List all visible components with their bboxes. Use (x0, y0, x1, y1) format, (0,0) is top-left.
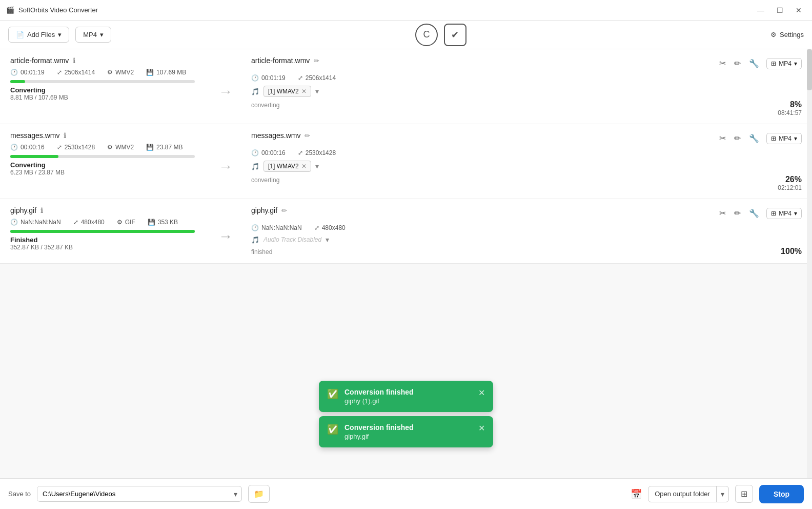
file-list: article-format.wmv ℹ 🕐 00:01:19 ⤢ 2506x1… (0, 49, 812, 478)
audio-dropdown-3[interactable]: ▾ (326, 236, 329, 244)
format-button[interactable]: MP4 ▾ (75, 27, 111, 43)
toast-content-1: Conversion finished giphy (1).gif (344, 388, 472, 405)
open-output-dropdown[interactable]: ▾ (716, 486, 728, 502)
status-label-1: converting (251, 102, 279, 109)
path-dropdown-button[interactable]: ▾ (230, 490, 241, 498)
add-files-button[interactable]: 📄 Add Files ▾ (8, 27, 69, 43)
toast-close-1[interactable]: ✕ (478, 388, 485, 398)
arrow-area-1: → (205, 56, 246, 116)
trim-icon-2[interactable]: ✂ (717, 131, 728, 145)
bottom-right: 📅 Open output folder ▾ ⊞ Stop (631, 485, 804, 503)
arrow-icon-2: → (218, 159, 233, 175)
gear-icon: ⚙ (770, 31, 777, 38)
settings-label: Settings (780, 31, 804, 38)
progress-bar-2 (10, 155, 58, 158)
convert-icon: C (423, 29, 430, 40)
edit-icon-1[interactable]: ✏ (314, 57, 319, 65)
app-icon: 🎬 (6, 6, 14, 14)
status-label-3: finished (251, 248, 272, 256)
output-format-badge-2[interactable]: ⊞ MP4 ▾ (766, 133, 802, 144)
stop-label: Stop (774, 490, 789, 498)
audio-dropdown-1[interactable]: ▾ (315, 87, 319, 95)
grid-icon-2: ⊞ (771, 135, 776, 142)
output-duration-1: 00:01:19 (261, 74, 286, 82)
minimize-button[interactable]: — (753, 4, 768, 16)
trim-icon-1[interactable]: ✂ (717, 56, 728, 70)
open-output-button[interactable]: Open output folder (648, 486, 716, 501)
output-format-badge-3[interactable]: ⊞ MP4 ▾ (766, 208, 802, 219)
progress-detail-2: 6.23 MB / 23.87 MB (10, 169, 195, 176)
toast-close-2[interactable]: ✕ (478, 423, 485, 433)
audio-dropdown-2[interactable]: ▾ (315, 162, 319, 170)
scrollbar-thumb[interactable] (807, 49, 812, 90)
folder-browse-button[interactable]: 📁 (248, 485, 270, 503)
file-source-2: messages.wmv ℹ 🕐 00:00:16 ⤢ 2530x1428 ⚙ … (10, 131, 205, 191)
audio-note-icon-2: 🎵 (251, 163, 259, 170)
title-bar: 🎬 SoftOrbits Video Converter — ☐ ✕ (0, 0, 812, 21)
audio-remove-1[interactable]: ✕ (301, 88, 307, 95)
edit-icon-2[interactable]: ✏ (304, 132, 310, 140)
close-button[interactable]: ✕ (791, 4, 806, 16)
edit-icon-3[interactable]: ✏ (281, 207, 287, 214)
output-duration-2: 00:00:16 (261, 149, 286, 156)
clock-icon-2: 🕐 (10, 144, 18, 151)
title-bar-left: 🎬 SoftOrbits Video Converter (6, 6, 98, 14)
percent-1: 8% (778, 100, 802, 109)
subtitle-icon-3[interactable]: ✏ (732, 206, 743, 220)
audio-note-icon-3: 🎵 (251, 236, 259, 244)
source-size-3: 353 KB (158, 219, 178, 226)
save-path-input[interactable] (37, 486, 230, 501)
convert-button[interactable]: C (415, 24, 438, 46)
settings-button[interactable]: ⚙ Settings (770, 31, 804, 38)
trim-icon-3[interactable]: ✂ (717, 206, 728, 220)
info-icon-1[interactable]: ℹ (73, 56, 75, 65)
filter-icon-3[interactable]: 🔧 (747, 206, 761, 220)
expand-icon-out-2: ⤢ (298, 149, 303, 156)
source-duration-3: NaN:NaN:NaN (21, 219, 61, 226)
check-button[interactable]: ✔ (444, 24, 466, 46)
calendar-icon[interactable]: 📅 (631, 488, 642, 500)
source-codec-2: WMV2 (115, 144, 134, 151)
output-filename-3: giphy.gif (251, 206, 277, 214)
save-to-label: Save to (8, 490, 31, 498)
subtitle-icon-2[interactable]: ✏ (732, 131, 743, 145)
maximize-button[interactable]: ☐ (773, 4, 787, 16)
app-title: SoftOrbits Video Converter (18, 6, 98, 14)
grid-view-button[interactable]: ⊞ (735, 485, 753, 503)
disk-icon-2: 💾 (146, 144, 154, 151)
audio-remove-2[interactable]: ✕ (301, 163, 307, 170)
table-row: article-format.wmv ℹ 🕐 00:01:19 ⤢ 2506x1… (0, 49, 812, 124)
arrow-icon-3: → (218, 228, 233, 245)
disk-icon-1: 💾 (146, 69, 154, 76)
info-icon-3[interactable]: ℹ (40, 206, 43, 214)
subtitle-icon-1[interactable]: ✏ (732, 56, 743, 70)
audio-tag-2: [1] WMAV2 ✕ (263, 161, 311, 172)
toast-2: ✅ Conversion finished giphy.gif ✕ (319, 416, 493, 447)
arrow-icon-1: → (218, 84, 233, 100)
gear-icon-2: ⚙ (107, 144, 113, 151)
expand-icon-out-3: ⤢ (314, 224, 319, 231)
output-format-badge-1[interactable]: ⊞ MP4 ▾ (766, 58, 802, 69)
check-icon: ✔ (451, 29, 459, 41)
clock-icon-out-2: 🕐 (251, 149, 259, 156)
filter-icon-1[interactable]: 🔧 (747, 56, 761, 70)
progress-label-3: Finished (10, 236, 195, 244)
progress-detail-1: 8.81 MB / 107.69 MB (10, 94, 195, 101)
progress-label-2: Converting (10, 161, 195, 169)
format-chevron-2: ▾ (794, 135, 797, 142)
table-row: giphy.gif ℹ 🕐 NaN:NaN:NaN ⤢ 480x480 ⚙ GI… (0, 199, 812, 264)
audio-disabled-label-3: Audio Track Disabled (263, 236, 321, 243)
open-output-wrap: Open output folder ▾ (648, 486, 729, 502)
file-plus-icon: 📄 (16, 31, 24, 38)
filter-icon-2[interactable]: 🔧 (747, 131, 761, 145)
stop-button[interactable]: Stop (759, 485, 804, 503)
scrollbar-track[interactable] (807, 49, 812, 478)
output-filename-1: article-format.wmv (251, 56, 310, 65)
grid-icon-3: ⊞ (771, 210, 776, 217)
file-source-3: giphy.gif ℹ 🕐 NaN:NaN:NaN ⤢ 480x480 ⚙ GI… (10, 206, 205, 256)
status-label-2: converting (251, 177, 279, 184)
toast-title-2: Conversion finished (344, 423, 472, 432)
format-chevron-1: ▾ (794, 60, 797, 67)
output-format-label-2: MP4 (779, 135, 791, 142)
info-icon-2[interactable]: ℹ (64, 131, 66, 140)
